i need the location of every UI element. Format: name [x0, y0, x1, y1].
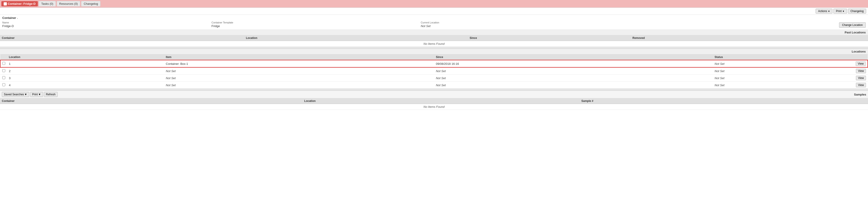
samples-title: Samples: [854, 93, 866, 96]
toolbar: Actions ▼ Print ▼ Changelog: [0, 8, 868, 15]
samples-print-arrow-icon: ▼: [38, 93, 41, 96]
past-locations-header-row: Container Location Since Removed: [0, 35, 868, 41]
name-value: Fridge-D: [2, 24, 211, 28]
row-checkbox[interactable]: [2, 76, 5, 79]
past-locations-col-location: Location: [244, 35, 468, 41]
actions-arrow-icon: ▼: [828, 10, 830, 12]
row-checkbox-cell: [0, 82, 7, 89]
samples-col-container: Container: [0, 98, 302, 104]
section-divider-2: [0, 89, 868, 90]
row-view-cell: View: [854, 82, 868, 89]
locations-col-status: Status: [713, 54, 854, 60]
row-checkbox-cell: [0, 75, 7, 82]
samples-print-button[interactable]: Print ▼: [30, 92, 43, 97]
locations-col-action: [854, 54, 868, 60]
row-item-value: Not Set: [164, 67, 434, 75]
locations-title-row: Locations: [0, 49, 868, 54]
location-value: Not Set: [421, 24, 839, 28]
past-locations-title: Past Locations: [845, 31, 866, 34]
template-value: Fridge: [211, 24, 421, 28]
locations-col-since: Since: [434, 54, 713, 60]
row-location-value: 4: [7, 82, 164, 89]
samples-print-label: Print: [32, 93, 38, 96]
locations-row: 1 Container: Box-1 09/08/2018 16:16 Not …: [0, 60, 868, 67]
row-location-value: 3: [7, 75, 164, 82]
view-button[interactable]: View: [856, 83, 866, 87]
past-locations-table: Container Location Since Removed No Item…: [0, 35, 868, 47]
row-item-value: Container: Box-1: [164, 60, 434, 67]
locations-row: 3 Not Set Not Set Not Set View: [0, 75, 868, 82]
container-icon: [4, 2, 7, 5]
row-status-value: Not Set: [713, 67, 854, 75]
past-locations-col-removed: Removed: [630, 35, 868, 41]
section-divider-1: [0, 47, 868, 49]
past-locations-col-container: Container: [0, 35, 244, 41]
samples-header-row: Container Location Sample #: [0, 98, 868, 104]
locations-section: Locations Location Item Since Status 1 C…: [0, 49, 868, 89]
refresh-button[interactable]: Refresh: [44, 92, 58, 97]
refresh-label: Refresh: [46, 93, 56, 96]
print-button[interactable]: Print ▼: [833, 9, 847, 14]
location-field: Current Location Not Set: [421, 21, 839, 28]
tab-tasks[interactable]: Tasks (0): [39, 1, 56, 7]
row-status-value: Not Set: [713, 82, 854, 89]
row-view-cell: View: [854, 67, 868, 75]
samples-no-items: No Items Found: [0, 104, 868, 110]
tab-resources[interactable]: Resources (0): [57, 1, 81, 7]
tab-container-fridge-d[interactable]: Container: Fridge-D: [1, 1, 38, 6]
row-checkbox[interactable]: [2, 83, 5, 86]
saved-searches-button[interactable]: Saved Searches ▼: [2, 92, 29, 97]
actions-button[interactable]: Actions ▼: [815, 9, 833, 14]
samples-col-location: Location: [302, 98, 579, 104]
locations-col-checkbox: [0, 54, 7, 60]
locations-table: Location Item Since Status 1 Container: …: [0, 54, 868, 89]
locations-row: 2 Not Set Not Set Not Set View: [0, 67, 868, 75]
saved-searches-arrow-icon: ▼: [24, 93, 27, 96]
location-label: Current Location: [421, 21, 839, 24]
template-label: Container Template: [211, 21, 421, 24]
past-locations-col-since: Since: [468, 35, 630, 41]
samples-bottom-bar: Saved Searches ▼ Print ▼ Refresh Samples: [0, 90, 868, 98]
tab-bar: Container: Fridge-D Tasks (0) Resources …: [0, 0, 868, 8]
samples-section: Saved Searches ▼ Print ▼ Refresh Samples…: [0, 90, 868, 110]
samples-table: Container Location Sample # No Items Fou…: [0, 98, 868, 110]
tab-changelog[interactable]: Changelog: [81, 1, 100, 7]
row-since-value: Not Set: [434, 67, 713, 75]
view-button[interactable]: View: [856, 69, 866, 73]
saved-searches-label: Saved Searches: [4, 93, 24, 96]
row-view-cell: View: [854, 75, 868, 82]
view-button[interactable]: View: [856, 62, 866, 66]
container-section-header: Container -: [0, 15, 868, 20]
row-since-value: Not Set: [434, 82, 713, 89]
row-item-value: Not Set: [164, 82, 434, 89]
container-section-title: Container: [2, 16, 16, 20]
locations-header-row: Location Item Since Status: [0, 54, 868, 60]
row-location-value: 1: [7, 60, 164, 67]
row-view-cell: View: [854, 60, 868, 67]
print-arrow-icon: ▼: [842, 10, 844, 12]
active-tab-label: Container: Fridge-D: [8, 2, 35, 5]
row-location-value: 2: [7, 67, 164, 75]
row-checkbox[interactable]: [2, 62, 5, 65]
past-locations-no-items-row: No Items Found: [0, 41, 868, 47]
container-info-row: Name Fridge-D Container Template Fridge …: [0, 20, 868, 30]
past-locations-section: Past Locations Container Location Since …: [0, 30, 868, 47]
view-button[interactable]: View: [856, 76, 866, 80]
changelog-button[interactable]: Changelog: [848, 9, 866, 14]
samples-col-sample: Sample #: [580, 98, 868, 104]
samples-no-items-row: No Items Found: [0, 104, 868, 110]
row-since-value: Not Set: [434, 75, 713, 82]
name-field: Name Fridge-D: [2, 21, 211, 28]
past-locations-title-row: Past Locations: [0, 30, 868, 35]
container-toggle-icon[interactable]: -: [17, 16, 18, 19]
locations-col-location: Location: [7, 54, 164, 60]
row-item-value: Not Set: [164, 75, 434, 82]
row-status-value: Not Set: [713, 75, 854, 82]
row-status-value: Not Set: [713, 60, 854, 67]
actions-label: Actions: [818, 9, 827, 13]
name-label: Name: [2, 21, 211, 24]
change-location-button[interactable]: Change Location: [839, 22, 866, 28]
print-label: Print: [836, 9, 842, 13]
row-checkbox[interactable]: [2, 69, 5, 72]
row-checkbox-cell: [0, 67, 7, 75]
